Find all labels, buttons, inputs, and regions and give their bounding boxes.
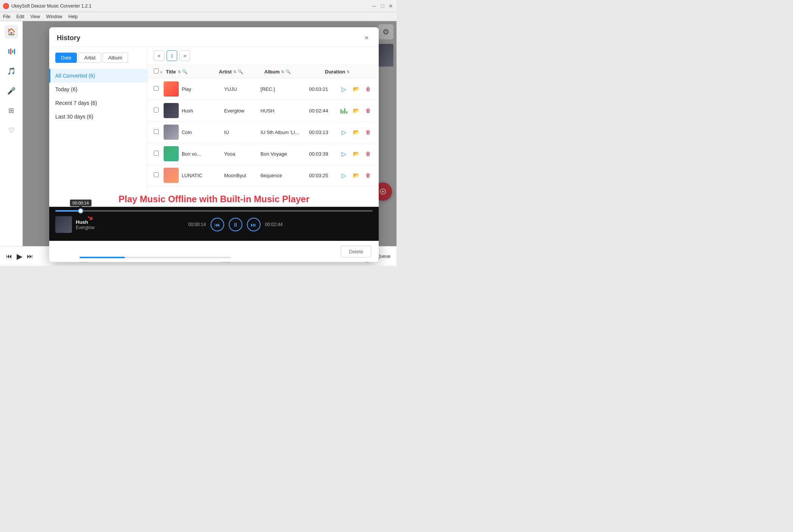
row-checkbox-3 [154, 129, 164, 136]
window-controls[interactable]: ─ □ ✕ [372, 3, 393, 9]
actions-5: ▷ 📂 🗑 [339, 171, 373, 180]
svg-rect-0 [8, 49, 9, 54]
actions-1: ▷ 📂 🗑 [339, 84, 373, 94]
sidebar-item-home[interactable]: 🏠 [5, 25, 18, 39]
artist-2: Everglow [224, 108, 261, 114]
filter-artist-button[interactable]: Artist [78, 53, 101, 63]
progress-thumb[interactable] [78, 208, 83, 214]
checkbox-3[interactable] [154, 129, 159, 134]
select-all-checkbox[interactable] [154, 69, 159, 73]
title-1: Play [182, 86, 224, 92]
folder-button-1[interactable]: 📂 [351, 84, 361, 94]
category-recent7[interactable]: Recent 7 days (6) [49, 96, 147, 110]
delete-button-2[interactable]: 🗑 [364, 106, 373, 115]
checkbox-5[interactable] [154, 172, 159, 177]
play-button-4[interactable]: ▷ [339, 149, 348, 158]
dialog-body: Date Artist Album All Converted (6) Toda… [49, 47, 379, 207]
maximize-button[interactable]: □ [380, 3, 385, 9]
title-sort-icon[interactable]: ⇅ [178, 70, 181, 74]
dialog-header: History × [49, 27, 379, 47]
filter-album-button[interactable]: Album [103, 53, 128, 63]
album-5: 6equence [261, 173, 309, 178]
current-page-button[interactable]: 1 [167, 50, 177, 61]
duration-1: 00:03:21 [309, 86, 339, 92]
next-track-button[interactable]: ⏭ [247, 218, 261, 231]
duration-label: Duration [325, 69, 345, 75]
header-duration: Duration ⇅ [325, 69, 363, 75]
sidebar-item-equalizer[interactable] [5, 45, 18, 58]
title-4: Bon vo... [182, 151, 224, 157]
folder-button-4[interactable]: 📂 [351, 149, 361, 158]
folder-button-3[interactable]: 📂 [351, 128, 361, 137]
row-checkbox-1 [154, 86, 164, 92]
checkbox-2[interactable] [154, 108, 159, 112]
sidebar-item-grid[interactable]: ⊞ [5, 104, 18, 117]
app-body: 🏠 🎵 🎤 ⊞ ♡ ⚙ [0, 21, 396, 246]
category-all[interactable]: All Converted (6) [49, 69, 147, 83]
artist-search-icon[interactable]: 🔍 [238, 69, 243, 74]
category-last30[interactable]: Last 30 days (6) [49, 110, 147, 123]
duration-2: 00:02:44 [309, 108, 339, 114]
dialog-close-button[interactable]: × [362, 33, 371, 42]
prev-page-button[interactable]: < [154, 50, 164, 61]
delete-button-1[interactable]: 🗑 [364, 84, 373, 94]
minimize-button[interactable]: ─ [372, 3, 377, 9]
delete-button-5[interactable]: 🗑 [364, 171, 373, 180]
table-body: Play YUJU [REC.] 00:03:21 ▷ 📂 🗑 [148, 78, 379, 207]
delete-button-3[interactable]: 🗑 [364, 128, 373, 137]
category-today[interactable]: Today (6) [49, 83, 147, 96]
play-button-1[interactable]: ▷ [339, 84, 348, 94]
menu-window[interactable]: Window [46, 14, 62, 19]
mini-track-artist: Everglow [76, 225, 94, 230]
duration-sort-icon[interactable]: ⇅ [347, 70, 350, 74]
album-4: Bon Voyage [261, 151, 309, 157]
menu-file[interactable]: File [3, 14, 10, 19]
sidebar-item-music[interactable]: 🎵 [5, 64, 18, 78]
player-prev-button[interactable]: ⏮ [6, 253, 12, 260]
menu-edit[interactable]: Edit [16, 14, 24, 19]
next-page-button[interactable]: > [180, 50, 190, 61]
prev-track-button[interactable]: ⏮ [211, 218, 224, 231]
app-title: UkeySoft Deezer Music Converter 1.2.1 [11, 3, 372, 9]
album-search-icon[interactable]: 🔍 [286, 69, 291, 74]
progress-fill [55, 210, 81, 212]
delete-all-button[interactable]: Delete [341, 246, 371, 257]
sidebar-item-favorites[interactable]: ♡ [5, 123, 18, 137]
menu-help[interactable]: Help [69, 14, 78, 19]
svg-rect-1 [10, 48, 11, 55]
album-2: HUSH [261, 108, 309, 114]
pagination: < 1 > [148, 47, 379, 65]
title-search-icon[interactable]: 🔍 [182, 69, 187, 74]
sidebar-item-mic[interactable]: 🎤 [5, 84, 18, 98]
row-checkbox-5 [154, 172, 164, 179]
time-tooltip: 00:00:14 [70, 200, 92, 206]
progress-bar[interactable] [55, 210, 373, 212]
artist-sort-icon[interactable]: ⇅ [233, 70, 236, 74]
play-button-5[interactable]: ▷ [339, 171, 348, 180]
player-progress-fill [80, 257, 125, 258]
close-button[interactable]: ✕ [388, 3, 393, 9]
table-header: ▾ Title ⇅ 🔍 Artist ⇅ 🔍 [148, 65, 379, 78]
thumbnail-1 [164, 81, 179, 97]
queue-label: Queue [377, 254, 390, 259]
checkbox-1[interactable] [154, 86, 159, 91]
header-title: Title ⇅ 🔍 [166, 69, 219, 75]
folder-button-2[interactable]: 📂 [351, 106, 361, 115]
artist-3: IU [224, 129, 261, 135]
play-button-3[interactable]: ▷ [339, 128, 348, 137]
actions-4: ▷ 📂 🗑 [339, 149, 373, 158]
title-bar: UkeySoft Deezer Music Converter 1.2.1 ─ … [0, 0, 396, 12]
menu-view[interactable]: View [30, 14, 40, 19]
player-play-button[interactable]: ▶ [17, 252, 22, 261]
filter-date-button[interactable]: Date [55, 53, 77, 63]
folder-button-5[interactable]: 📂 [351, 171, 361, 180]
pause-button[interactable]: ⏸ [229, 218, 242, 231]
checkbox-4[interactable] [154, 151, 159, 156]
player-next-button[interactable]: ⏭ [27, 253, 33, 260]
delete-button-4[interactable]: 🗑 [364, 149, 373, 158]
title-label: Title [166, 69, 176, 75]
album-sort-icon[interactable]: ⇅ [281, 70, 284, 74]
player-progress-bar[interactable] [80, 257, 231, 258]
mini-player-body: Hush Everglow 00:00:14 ⏮ ⏸ ⏭ 00:02:44 [55, 216, 373, 233]
thumbnail-4 [164, 146, 179, 161]
